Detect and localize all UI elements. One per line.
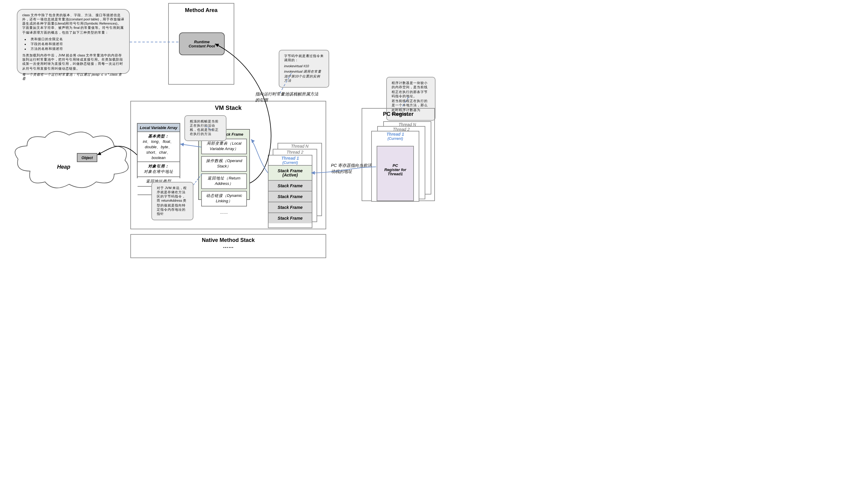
pc-thread-1: Thread 1(Current) PC Register for Thread… (371, 131, 419, 202)
note-classfile-li1: 类和接口的全限定名 (31, 37, 124, 41)
sf-1: Stack Frame (269, 180, 312, 191)
thread-n-title: Thread N (278, 144, 321, 149)
sf-active: Stack Frame (Active) (269, 165, 312, 180)
thread-1: Thread 1(Current) Stack Frame (Active) S… (268, 155, 312, 228)
note-invoke-l2: invokevirtual #10 (284, 64, 324, 69)
note-classfile-p3: 每一个类都有一个运行时常量池：可以通过 javap -c -v *.class … (22, 72, 124, 81)
constant-pool: Runtime Constant Pool (179, 32, 225, 55)
native-stack: Native Method Stack …… (130, 234, 326, 258)
note-invoke: 字节码中就是通过指令来调用的： invokevirtual #10 invoke… (279, 50, 329, 87)
pc-inner-label: PC Register for Thread1 (377, 146, 413, 176)
note-classfile-li3: 方法的名称和描述符 (31, 47, 124, 51)
label-pc: PC 寄存器指向当前活动栈的地址 (331, 163, 373, 175)
sf-4: Stack Frame (269, 212, 312, 223)
heap-title: Heap (57, 164, 70, 170)
native-title: Native Method Stack (131, 237, 326, 243)
csf-r5: …… (201, 208, 247, 216)
csf-r2: 操作数栈（Operand Stack） (201, 156, 247, 172)
thread-1-title: Thread 1(Current) (269, 156, 312, 165)
note-pc-l1: 程序计数器是一块较小的内存空间，是当前线程正在执行的那条字节码指令的地址。 (392, 81, 430, 99)
lva-r2b: 对象在堆中地址 (144, 169, 173, 174)
pc-inner: PC Register for Thread1 (376, 146, 414, 201)
note-return: 对于 JVM 来说，程序就是存储在方法区的字节码指令，而 returnAddre… (151, 182, 194, 220)
lva-r1b: int、long、float、double、byte、short、char、bo… (143, 139, 175, 160)
lva-row-basic: 基本类型： int、long、float、double、byte、short、c… (137, 132, 179, 162)
pc-title: PC Register (362, 111, 434, 117)
csf-r4: 动态链接（Dynamic Linking） (201, 191, 247, 207)
native-dots: …… (131, 243, 326, 249)
lva-title: Local Variable Array (137, 124, 179, 132)
label-pool: 指向运行时常量池该栈帧所属方法的引用 (255, 91, 321, 103)
csf-r1: 局部变量表（Local Variable Array） (201, 139, 247, 154)
note-classfile-p2: 当类加载到内存中后，JVM 就会将 class 文件常量池中的内容存放到运行时常… (22, 53, 124, 71)
lva-box: Local Variable Array 基本类型： int、long、floa… (137, 123, 180, 178)
lva-r1a: 基本类型： (148, 134, 169, 138)
note-classfile-li2: 字段的名称和描述符 (31, 42, 124, 46)
sf-3: Stack Frame (269, 202, 312, 212)
thread-2-title: Thread 2 (273, 149, 317, 155)
pc-thread1-title: Thread 1(Current) (372, 132, 419, 141)
lva-r2a: 对象引用： (148, 164, 169, 168)
note-invoke-l1: 字节码中就是通过指令来调用的： (284, 54, 324, 63)
method-area: Method Area Runtime Constant Pool (168, 3, 234, 85)
note-classfile-p1: class 文件中除了包含类的版本、字段、方法、接口等描述信息外，还有一项信息就… (22, 13, 124, 34)
sf-2: Stack Frame (269, 191, 312, 202)
note-stacktop: 栈顶的栈帧是当前正在执行的活动栈，也就是当前正在执行的方法 (184, 115, 226, 141)
note-invoke-l3: invokevirtual 调用在常量池中第10个位置的实例方法 (284, 70, 324, 83)
csf-r3: 返回地址（Return Address） (201, 174, 247, 189)
vm-stack-title: VM Stack (131, 104, 326, 111)
note-classfile: class 文件中除了包含类的版本、字段、方法、接口等描述信息外，还有一项信息就… (17, 9, 130, 74)
method-area-title: Method Area (169, 7, 234, 13)
heap-object: Object (77, 153, 97, 162)
heap-cloud (12, 129, 132, 195)
lva-row-ref: 对象引用： 对象在堆中地址 (137, 162, 179, 177)
